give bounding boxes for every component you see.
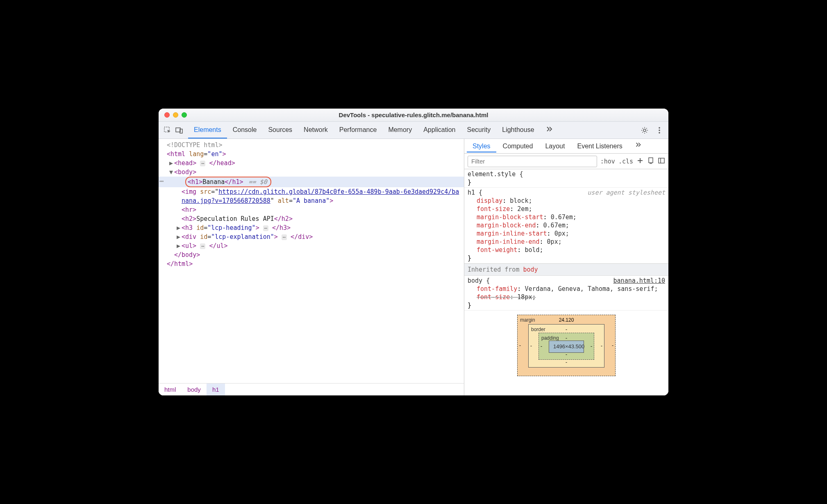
cls-toggle[interactable]: .cls [618, 158, 633, 165]
inspect-element-icon[interactable] [163, 125, 173, 135]
ellipsis-icon[interactable]: ⋯ [263, 225, 268, 231]
device-toolbar-icon[interactable] [174, 125, 184, 135]
toggle-sidebar-icon[interactable] [658, 157, 665, 166]
dom-h3-node[interactable]: ▶<h3 id="lcp-heading"> ⋯ </h3> [167, 223, 464, 232]
elements-panel: <!DOCTYPE html> <html lang="en"> ▶<head>… [159, 139, 464, 395]
tabs-overflow-icon[interactable] [540, 122, 560, 138]
ellipsis-icon[interactable]: ⋯ [200, 161, 205, 166]
stab-layout[interactable]: Layout [539, 140, 570, 152]
tab-lighthouse[interactable]: Lighthouse [496, 122, 540, 138]
crumb-h1[interactable]: h1 [207, 384, 225, 395]
svg-point-5 [659, 129, 660, 131]
tab-application[interactable]: Application [418, 122, 461, 138]
stabs-overflow-icon[interactable] [629, 139, 648, 153]
crumb-html[interactable]: html [159, 384, 182, 395]
tab-security[interactable]: Security [461, 122, 496, 138]
bm-padding-label: padding [541, 334, 559, 342]
more-icon[interactable] [654, 125, 664, 135]
styles-tabs: Styles Computed Layout Event Listeners [464, 139, 668, 154]
ellipsis-icon[interactable]: ⋯ [282, 234, 287, 240]
tab-console[interactable]: Console [227, 122, 263, 138]
styles-body: element.style { } h1 {user agent stylesh… [464, 169, 668, 395]
bm-margin-top: 24.120 [559, 316, 574, 324]
bm-margin-label: margin [520, 316, 535, 324]
panel-body: <!DOCTYPE html> <html lang="en"> ▶<head>… [159, 139, 668, 395]
hov-toggle[interactable]: :hov [600, 158, 615, 165]
tab-network[interactable]: Network [298, 122, 334, 138]
main-toolbar: Elements Console Sources Network Perform… [159, 122, 668, 139]
element-style-rule[interactable]: element.style { } [464, 169, 668, 188]
device-frames-icon[interactable] [647, 157, 654, 166]
devtools-window: DevTools - speculative-rules.glitch.me/b… [159, 109, 668, 395]
tab-sources[interactable]: Sources [262, 122, 298, 138]
body-rule[interactable]: body {banana.html:10 font-family: Verdan… [464, 276, 668, 311]
tab-memory[interactable]: Memory [382, 122, 418, 138]
svg-point-3 [643, 129, 646, 132]
crumb-body[interactable]: body [182, 384, 207, 395]
doctype: <!DOCTYPE html> [167, 141, 222, 149]
dom-div-node[interactable]: ▶<div id="lcp-explanation"> ⋯ </div> [167, 232, 464, 241]
stab-event-listeners[interactable]: Event Listeners [571, 140, 628, 152]
dom-hr-node[interactable]: <hr> [167, 205, 464, 214]
tab-elements[interactable]: Elements [188, 122, 227, 138]
dom-tree[interactable]: <!DOCTYPE html> <html lang="en"> ▶<head>… [159, 139, 464, 383]
bm-border-label: border [531, 325, 545, 334]
window-title: DevTools - speculative-rules.glitch.me/b… [159, 111, 668, 118]
svg-point-4 [659, 127, 660, 129]
dom-ul-node[interactable]: ▶<ul> ⋯ </ul> [167, 241, 464, 250]
main-tabs: Elements Console Sources Network Perform… [188, 122, 638, 138]
titlebar: DevTools - speculative-rules.glitch.me/b… [159, 109, 668, 122]
stab-styles[interactable]: Styles [467, 140, 496, 152]
styles-panel: Styles Computed Layout Event Listeners :… [464, 139, 668, 395]
dom-h2-node[interactable]: <h2>Speculation Rules API</h2> [167, 214, 464, 223]
svg-rect-8 [659, 158, 664, 163]
h1-ua-rule[interactable]: h1 {user agent stylesheet display: block… [464, 188, 668, 263]
inherited-separator: Inherited from body [464, 263, 668, 276]
ellipsis-icon[interactable]: ⋯ [200, 243, 205, 249]
styles-toolbar: :hov .cls [464, 154, 668, 169]
dom-img-node-cont[interactable]: nana.jpg?v=1705668720588" alt="A banana"… [167, 196, 464, 205]
ua-stylesheet-label: user agent stylesheet [587, 188, 665, 197]
svg-rect-7 [649, 158, 653, 163]
selected-dom-node[interactable]: <h1>Banana</h1> == $0 [159, 177, 464, 187]
styles-filter-input[interactable] [468, 156, 597, 167]
breadcrumb-bar: html body h1 [159, 383, 464, 395]
dom-body-close[interactable]: </body> [167, 250, 464, 259]
dom-img-node[interactable]: <img src="https://cdn.glitch.global/87b4… [167, 187, 464, 196]
console-ref: == $0 [249, 178, 267, 186]
html-lang-value: en [211, 150, 218, 158]
dom-html-close[interactable]: </html> [167, 259, 464, 268]
source-link[interactable]: banana.html:10 [613, 277, 665, 285]
new-style-rule-icon[interactable] [636, 157, 644, 166]
tab-performance[interactable]: Performance [334, 122, 383, 138]
stab-computed[interactable]: Computed [497, 140, 539, 152]
svg-point-6 [659, 132, 660, 134]
box-model-diagram[interactable]: margin 24.120 - - border - - - - padding [517, 315, 616, 376]
settings-icon[interactable] [640, 125, 650, 135]
